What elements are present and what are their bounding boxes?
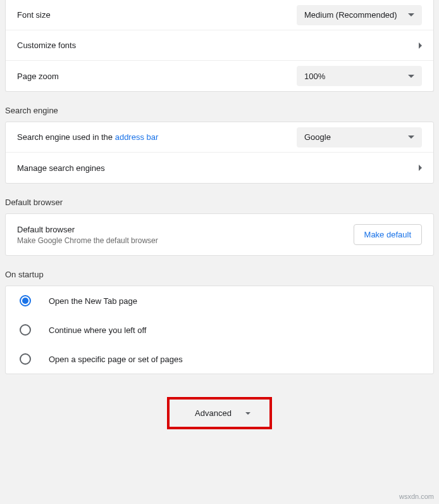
- customize-fonts-row[interactable]: Customize fonts: [6, 30, 433, 61]
- startup-option-continue[interactable]: Continue where you left off: [6, 315, 433, 344]
- search-engine-card: Search engine used in the address bar Go…: [5, 122, 434, 184]
- startup-option-new-tab[interactable]: Open the New Tab page: [6, 286, 433, 315]
- advanced-label: Advanced: [195, 408, 232, 418]
- manage-search-engines-label: Manage search engines: [17, 163, 105, 173]
- font-size-label: Font size: [17, 10, 51, 20]
- on-startup-card: Open the New Tab page Continue where you…: [5, 286, 434, 374]
- search-engine-value: Google: [304, 132, 331, 142]
- default-browser-row-title: Default browser: [17, 225, 158, 234]
- default-browser-row: Default browser Make Google Chrome the d…: [6, 214, 433, 255]
- startup-option-specific[interactable]: Open a specific page or set of pages: [6, 344, 433, 374]
- dropdown-icon: [408, 13, 414, 16]
- startup-option-label: Continue where you left off: [49, 325, 146, 335]
- radio-icon[interactable]: [20, 295, 31, 306]
- font-size-select[interactable]: Medium (Recommended): [297, 5, 422, 25]
- page-zoom-row: Page zoom 100%: [6, 61, 433, 91]
- address-bar-link[interactable]: address bar: [115, 132, 159, 142]
- font-size-row: Font size Medium (Recommended): [6, 0, 433, 30]
- watermark: wsxdn.com: [399, 493, 434, 500]
- dropdown-icon: [408, 135, 414, 139]
- radio-icon[interactable]: [20, 324, 31, 336]
- font-size-value: Medium (Recommended): [304, 10, 397, 20]
- page-zoom-value: 100%: [304, 72, 325, 81]
- advanced-wrap: Advanced: [0, 397, 439, 429]
- manage-search-engines-row[interactable]: Manage search engines: [6, 153, 433, 183]
- page-zoom-label: Page zoom: [17, 72, 59, 81]
- chevron-right-icon: [419, 165, 422, 171]
- search-engine-select[interactable]: Google: [297, 127, 422, 148]
- chevron-right-icon: [419, 42, 422, 49]
- startup-option-label: Open the New Tab page: [49, 296, 137, 306]
- default-browser-card: Default browser Make Google Chrome the d…: [5, 213, 434, 256]
- default-browser-text: Default browser Make Google Chrome the d…: [17, 225, 158, 245]
- search-engine-title: Search engine: [0, 92, 439, 122]
- startup-option-label: Open a specific page or set of pages: [49, 355, 183, 364]
- dropdown-icon: [408, 75, 414, 78]
- appearance-card: Font size Medium (Recommended) Customize…: [5, 0, 434, 92]
- default-browser-title: Default browser: [0, 184, 439, 213]
- on-startup-title: On startup: [0, 256, 439, 286]
- advanced-button[interactable]: Advanced: [167, 397, 272, 429]
- radio-icon[interactable]: [20, 353, 31, 365]
- search-engine-label: Search engine used in the address bar: [17, 132, 158, 142]
- search-engine-row: Search engine used in the address bar Go…: [6, 122, 433, 153]
- default-browser-sub: Make Google Chrome the default browser: [17, 236, 158, 245]
- make-default-button[interactable]: Make default: [354, 224, 422, 245]
- dropdown-icon: [245, 412, 250, 415]
- customize-fonts-label: Customize fonts: [17, 41, 76, 50]
- page-zoom-select[interactable]: 100%: [297, 66, 422, 86]
